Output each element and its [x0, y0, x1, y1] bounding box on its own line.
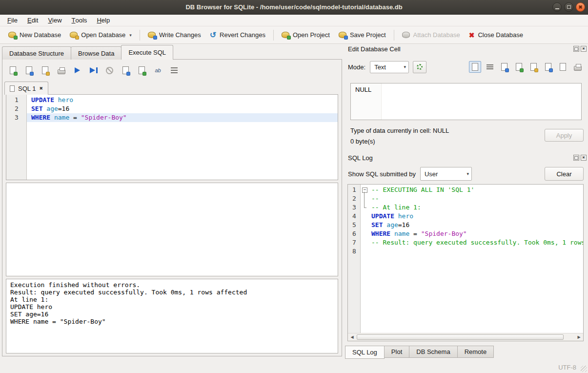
find-replace-button[interactable]: ab [151, 64, 164, 77]
tab-sql-log[interactable]: SQL Log [345, 346, 385, 359]
float-panel-icon[interactable] [573, 46, 579, 52]
dock-tab-bar: SQL Log Plot DB Schema Remote [345, 346, 493, 359]
statusbar: UTF-8 [0, 361, 588, 373]
print-cell-button[interactable] [571, 61, 584, 73]
open-sql-file-button[interactable] [6, 64, 20, 77]
tab-remote[interactable]: Remote [457, 346, 494, 358]
close-window-button[interactable]: ✖ [576, 2, 585, 12]
auto-format-icon [171, 67, 178, 73]
text-mode-button[interactable] [469, 61, 481, 73]
minimize-icon [555, 8, 559, 9]
submitted-by-value: User [425, 170, 438, 178]
edit-cell-header-icons: ✖ [573, 46, 587, 52]
toolbar-separator [140, 30, 140, 41]
float-panel-icon[interactable] [573, 155, 579, 161]
revert-changes-icon: ↺ [210, 32, 216, 39]
open-project-button[interactable]: Open Project [277, 29, 334, 41]
clear-log-button[interactable]: Clear [545, 167, 584, 181]
menu-view[interactable]: View [43, 15, 66, 26]
open-database-dropdown-icon[interactable]: ▾ [129, 33, 132, 38]
submitted-by-select[interactable]: User ▾ [420, 167, 472, 181]
execution-message-box[interactable]: Execution finished without errors. Resul… [6, 279, 338, 353]
log-horizontal-scrollbar[interactable]: ◀ ▶ [348, 333, 583, 341]
app-window: DB Browser for SQLite - /home/user/code/… [0, 0, 588, 373]
sql-doc-tab-label: SQL 1 [18, 85, 36, 92]
attach-database-label: Attach Database [413, 31, 460, 39]
menu-tools[interactable]: Tools [67, 15, 92, 26]
cell-value-editor[interactable]: NULL [350, 83, 582, 120]
export-cell-icon [516, 63, 522, 71]
encoding-indicator[interactable]: UTF-8 [558, 364, 576, 371]
resize-grip[interactable] [581, 366, 587, 372]
maximize-button[interactable] [564, 2, 573, 12]
auto-format-button[interactable] [167, 64, 181, 77]
write-changes-button[interactable]: Write Changes [143, 29, 205, 41]
new-database-button[interactable]: New Database [4, 29, 65, 41]
menu-file[interactable]: File [2, 15, 22, 26]
write-changes-icon [148, 32, 156, 38]
write-changes-label: Write Changes [159, 31, 201, 39]
import-cell-icon [501, 63, 507, 71]
mode-label: Mode: [348, 63, 365, 71]
attach-database-button[interactable]: Attach Database [398, 29, 465, 41]
revert-changes-button[interactable]: ↺ Revert Changes [205, 29, 270, 41]
execute-all-icon [75, 67, 80, 73]
stop-execution-button[interactable] [103, 64, 116, 77]
filter-label: Show SQL submitted by [348, 170, 416, 178]
sql-editor-code[interactable]: 1UPDATE hero2SET age=163WHERE name = "Sp… [6, 95, 338, 180]
tab-execute-sql[interactable]: Execute SQL [121, 45, 173, 60]
sql-log-filter-row: Show SQL submitted by User ▾ Clear [348, 166, 584, 181]
apply-button[interactable]: Apply [545, 129, 584, 142]
tab-browse-data[interactable]: Browse Data [71, 46, 122, 60]
minimize-button[interactable] [552, 2, 562, 12]
stop-icon [106, 67, 113, 74]
edit-cell-title: Edit Database Cell [348, 45, 401, 53]
scroll-right-icon[interactable]: ▶ [575, 333, 583, 341]
tab-plot[interactable]: Plot [384, 346, 409, 358]
close-panel-icon[interactable]: ✖ [581, 155, 587, 161]
export-cell-button[interactable] [513, 61, 525, 73]
sql-log-title: SQL Log [348, 154, 373, 162]
set-null-button[interactable] [557, 61, 569, 73]
mode-select[interactable]: Text ▾ [370, 61, 409, 73]
export-sql-button[interactable] [119, 64, 132, 77]
save-cell-icon [530, 63, 537, 71]
sql-editor[interactable]: 1UPDATE hero2SET age=163WHERE name = "Sp… [6, 94, 338, 180]
sql-doc-tab[interactable]: SQL 1 ✖ [4, 82, 48, 95]
combo-arrow-icon: ▾ [466, 171, 469, 176]
scroll-left-icon[interactable]: ◀ [348, 333, 356, 341]
execute-all-button[interactable] [71, 64, 84, 77]
close-database-label: Close Database [478, 31, 523, 39]
open-database-icon [70, 32, 78, 38]
combo-arrow-icon: ▾ [404, 64, 406, 69]
close-panel-icon[interactable]: ✖ [581, 46, 587, 52]
close-sql-tab-icon[interactable]: ✖ [39, 86, 43, 91]
open-project-icon [282, 32, 289, 38]
scrollbar-thumb[interactable] [357, 334, 564, 340]
word-wrap-button[interactable] [484, 61, 496, 73]
save-cell-button[interactable] [527, 61, 540, 73]
cell-settings-button[interactable] [413, 61, 426, 73]
import-sql-button[interactable] [135, 64, 148, 77]
revert-changes-label: Revert Changes [220, 31, 265, 39]
open-sql-file-icon [10, 66, 16, 74]
save-project-icon [339, 32, 346, 38]
menu-edit[interactable]: Edit [22, 15, 43, 26]
open-database-button[interactable]: Open Database ▾ [65, 29, 136, 41]
import-cell-button[interactable] [498, 61, 510, 73]
tab-db-schema[interactable]: DB Schema [409, 346, 457, 358]
save-sql-as-button[interactable] [39, 64, 52, 77]
copy-cell-button[interactable] [542, 61, 554, 73]
text-mode-icon [472, 63, 478, 71]
sql-log-header-icons: ✖ [573, 155, 587, 161]
print-button[interactable] [55, 64, 68, 77]
main-tab-bar: Database Structure Browse Data Execute S… [2, 45, 173, 60]
results-grid[interactable] [6, 183, 338, 276]
menu-help[interactable]: Help [92, 15, 115, 26]
close-database-button[interactable]: ✖ Close Database [465, 29, 527, 41]
sql-log-view[interactable]: 1-- EXECUTING ALL IN 'SQL 1'2--3-- At li… [347, 184, 584, 341]
execute-current-line-button[interactable] [87, 64, 100, 77]
tab-database-structure[interactable]: Database Structure [2, 46, 71, 60]
save-sql-file-button[interactable] [22, 64, 36, 77]
save-project-button[interactable]: Save Project [334, 29, 390, 41]
